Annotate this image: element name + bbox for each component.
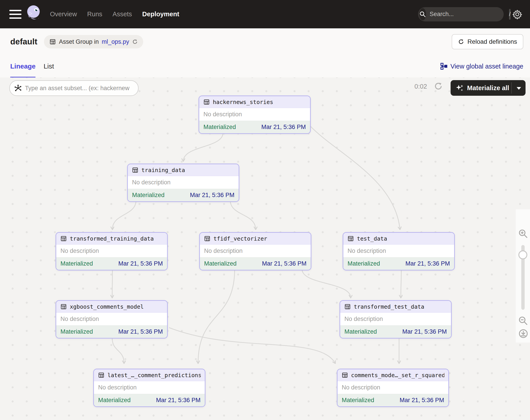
table-icon: [98, 372, 105, 378]
zoom-controls: [516, 209, 530, 343]
asset-name: transformed_test_data: [354, 303, 424, 310]
asset-description: No description: [60, 315, 99, 322]
asset-timestamp[interactable]: Mar 21, 5:36 PM: [156, 397, 201, 404]
asset-node-body: No description: [94, 381, 205, 394]
asset-node-header: transformed_test_data: [340, 301, 451, 313]
asset-status: Materialized: [98, 397, 131, 404]
asset-node-latest_comment_predictions[interactable]: latest_…_comment_predictions No descript…: [93, 369, 206, 407]
asset-node-footer: Materialized Mar 21, 5:36 PM: [56, 257, 167, 270]
asset-description: No description: [348, 247, 386, 255]
asset-node-header: latest_…_comment_predictions: [94, 369, 205, 381]
nodes-layer: hackernews_stories No description Materi…: [0, 0, 530, 420]
asset-status: Materialized: [204, 260, 237, 267]
zoom-in-icon[interactable]: [518, 229, 528, 238]
asset-node-header: training_data: [128, 164, 239, 176]
asset-name: test_data: [357, 235, 387, 242]
asset-status: Materialized: [60, 328, 93, 335]
asset-node-tfidf_vectorizer[interactable]: tfidf_vectorizer No description Material…: [199, 232, 311, 270]
asset-description: No description: [60, 247, 99, 255]
asset-node-body: No description: [200, 245, 311, 257]
asset-node-footer: Materialized Mar 21, 5:36 PM: [340, 325, 451, 338]
table-icon: [347, 235, 354, 242]
asset-description: No description: [204, 111, 242, 118]
asset-node-body: No description: [343, 245, 454, 257]
asset-node-test_data[interactable]: test_data No description Materialized Ma…: [343, 232, 455, 270]
asset-node-header: transformed_training_data: [56, 233, 167, 245]
asset-status: Materialized: [60, 260, 93, 267]
asset-node-footer: Materialized Mar 21, 5:36 PM: [343, 257, 454, 270]
asset-description: No description: [342, 384, 380, 391]
asset-description: No description: [344, 315, 383, 322]
asset-status: Materialized: [348, 260, 380, 267]
asset-node-footer: Materialized Mar 21, 5:36 PM: [94, 394, 205, 406]
asset-node-header: comments_mode…_set_r_squared: [338, 369, 448, 381]
table-icon: [132, 167, 139, 173]
table-icon: [203, 99, 210, 105]
asset-timestamp[interactable]: Mar 21, 5:36 PM: [261, 124, 306, 131]
asset-node-body: No description: [199, 108, 310, 121]
asset-name: transformed_training_data: [70, 235, 154, 242]
asset-timestamp[interactable]: Mar 21, 5:36 PM: [118, 260, 163, 267]
asset-node-footer: Materialized Mar 21, 5:36 PM: [338, 394, 448, 406]
asset-node-body: No description: [56, 245, 167, 257]
asset-node-body: No description: [56, 313, 167, 325]
asset-node-xgboost_comments_model[interactable]: xgboost_comments_model No description Ma…: [56, 300, 168, 339]
asset-description: No description: [98, 384, 137, 391]
asset-node-hackernews_stories[interactable]: hackernews_stories No description Materi…: [199, 95, 311, 134]
asset-node-header: xgboost_comments_model: [56, 301, 167, 313]
asset-description: No description: [204, 247, 243, 255]
asset-status: Materialized: [342, 397, 374, 404]
asset-timestamp[interactable]: Mar 21, 5:36 PM: [405, 260, 450, 267]
asset-node-transformed_training_data[interactable]: transformed_training_data No description…: [56, 232, 168, 270]
asset-name: training_data: [141, 167, 185, 173]
asset-name: hackernews_stories: [213, 99, 273, 105]
asset-timestamp[interactable]: Mar 21, 5:36 PM: [190, 192, 235, 199]
table-icon: [204, 235, 211, 242]
asset-node-body: No description: [340, 313, 451, 325]
zoom-out-icon[interactable]: [518, 316, 528, 325]
asset-node-footer: Materialized Mar 21, 5:36 PM: [199, 121, 310, 133]
asset-timestamp[interactable]: Mar 21, 5:36 PM: [118, 328, 163, 335]
asset-name: xgboost_comments_model: [70, 303, 144, 310]
table-icon: [341, 372, 348, 378]
asset-name: latest_…_comment_predictions: [107, 372, 201, 378]
asset-status: Materialized: [204, 124, 236, 131]
download-view-icon[interactable]: [518, 329, 528, 339]
asset-node-transformed_test_data[interactable]: transformed_test_data No description Mat…: [339, 300, 452, 339]
asset-timestamp[interactable]: Mar 21, 5:36 PM: [262, 260, 307, 267]
asset-description: No description: [132, 179, 171, 186]
asset-node-header: tfidf_vectorizer: [200, 233, 311, 245]
asset-node-comments_model_test_set_r_squared[interactable]: comments_mode…_set_r_squared No descript…: [337, 369, 449, 407]
asset-node-footer: Materialized Mar 21, 5:36 PM: [128, 189, 239, 201]
asset-node-header: test_data: [343, 233, 454, 245]
table-icon: [60, 235, 67, 242]
asset-node-footer: Materialized Mar 21, 5:36 PM: [200, 257, 311, 270]
dagster-asset-lineage-page: { "topbar": { "nav": [ {"label": "Overvi…: [0, 0, 530, 420]
asset-node-training_data[interactable]: training_data No description Materialize…: [127, 164, 239, 202]
table-icon: [60, 303, 67, 310]
zoom-slider-handle[interactable]: [518, 250, 527, 259]
asset-status: Materialized: [132, 192, 165, 199]
asset-node-body: No description: [338, 381, 448, 394]
asset-status: Materialized: [344, 328, 377, 335]
table-icon: [344, 303, 351, 310]
asset-node-header: hackernews_stories: [199, 96, 310, 108]
asset-name: tfidf_vectorizer: [213, 235, 267, 242]
asset-timestamp[interactable]: Mar 21, 5:36 PM: [402, 328, 447, 335]
asset-timestamp[interactable]: Mar 21, 5:36 PM: [399, 397, 444, 404]
asset-name: comments_mode…_set_r_squared: [351, 372, 444, 378]
asset-node-body: No description: [128, 176, 239, 189]
asset-node-footer: Materialized Mar 21, 5:36 PM: [56, 325, 167, 338]
